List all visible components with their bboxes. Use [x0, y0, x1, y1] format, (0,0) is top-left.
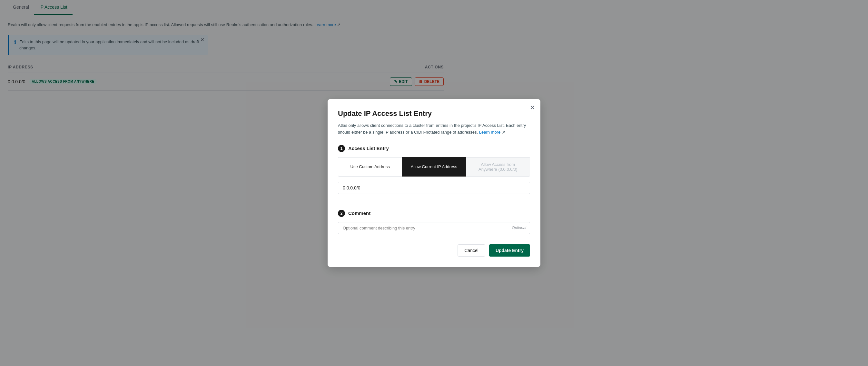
modal-overlay: ✕ Update IP Access List Entry Atlas only… [0, 0, 868, 91]
